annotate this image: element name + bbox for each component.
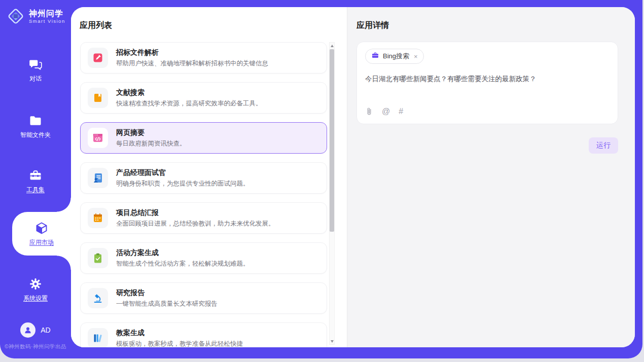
app-card[interactable]: 教案生成 模板驱动，教案秒成，教学准备从此轻松快捷 [80,322,327,347]
app-card[interactable]: 网页摘要 每日政府新闻资讯快查。 [80,122,327,154]
scroll-up-icon[interactable] [330,43,334,49]
app-card[interactable]: 项目总结汇报 全面回顾项目进展，总结经验教训，助力未来优化发展。 [80,202,327,234]
cube-icon [34,221,49,235]
app-list-panel: 应用列表 招标文件解析 帮助用户快速、准确地理解和解析招标书中的关键信息 文献搜… [71,7,347,347]
scrollbar[interactable] [329,42,335,345]
sidebar: 神州问学 Smart Vision 对话 智能文件夹 工具集 应用市场 系统设置… [0,0,71,355]
run-button[interactable]: 运行 [589,137,618,154]
chat-icon [28,57,43,71]
app-list-title: 应用列表 [80,20,112,31]
gear-icon [28,277,43,291]
user-name: AD [41,326,50,334]
sidebar-item-settings[interactable]: 系统设置 [0,276,71,303]
calendar-icon [88,208,108,228]
edit-doc-icon [88,48,108,68]
brand-logo: 神州问学 Smart Vision [6,7,65,26]
toolbox-icon [28,168,43,183]
interviewer-icon [88,168,108,188]
chip-close-icon[interactable]: × [414,53,418,60]
hash-icon[interactable]: # [399,107,403,116]
scrollbar-thumb[interactable] [330,49,334,232]
brand-tagline: Smart Vision [29,18,65,24]
run-row: 运行 [356,137,618,154]
briefcase-icon [371,51,379,61]
sidebar-item-app-market[interactable]: 应用市场 [12,212,71,256]
tool-chip-label: Bing搜索 [383,52,409,61]
paperclip-icon[interactable] [365,107,373,116]
user-row[interactable]: AD [0,322,71,338]
app-detail-panel: 应用详情 Bing搜索 × 今日湖北有哪些新闻要点？有哪些需要关注的最新政策？ [347,7,635,347]
sidebar-item-chat[interactable]: 对话 [0,56,71,84]
app-card[interactable]: 产品经理面试官 明确身份和职责，为您提供专业性的面试问题。 [80,162,327,194]
main-content: 应用列表 招标文件解析 帮助用户快速、准确地理解和解析招标书中的关键信息 文献搜… [71,7,635,347]
prompt-card[interactable]: Bing搜索 × 今日湖北有哪些新闻要点？有哪些需要关注的最新政策？ @ # [356,42,618,124]
mention-icon[interactable]: @ [382,107,390,116]
app-detail-title: 应用详情 [356,20,389,31]
clipboard-icon [88,248,108,268]
sidebar-item-tools[interactable]: 工具集 [0,167,71,195]
microscope-icon [88,288,108,308]
attach-row: @ # [365,107,610,117]
app-card[interactable]: 活动方案生成 智能生成个性化活动方案，轻松解决规划难题。 [80,242,327,274]
book-icon [88,88,108,108]
app-card-list: 招标文件解析 帮助用户快速、准确地理解和解析招标书中的关键信息 文献搜索 快速精… [80,42,327,347]
avatar [20,322,35,338]
sidebar-item-folders[interactable]: 智能文件夹 [0,113,71,140]
app-card[interactable]: 文献搜索 快速精准查找学术资源，提高研究效率的必备工具。 [80,82,327,114]
brand-name: 神州问学 [29,9,65,18]
tool-chip-bing[interactable]: Bing搜索 × [365,49,424,64]
app-card[interactable]: 研究报告 一键智能生成高质量长文本研究报告 [80,282,327,314]
prompt-text[interactable]: 今日湖北有哪些新闻要点？有哪些需要关注的最新政策？ [365,74,610,84]
books-icon [88,328,108,347]
copyright-text: ©神州数码·神州问学出品 [0,343,71,350]
folder-icon [28,114,43,128]
brand-diamond-icon [6,7,25,26]
scroll-down-icon[interactable] [330,338,334,344]
app-frame: 神州问学 Smart Vision 对话 智能文件夹 工具集 应用市场 系统设置… [0,0,642,358]
app-card[interactable]: 招标文件解析 帮助用户快速、准确地理解和解析招标书中的关键信息 [80,42,327,74]
web-code-icon [88,128,108,148]
